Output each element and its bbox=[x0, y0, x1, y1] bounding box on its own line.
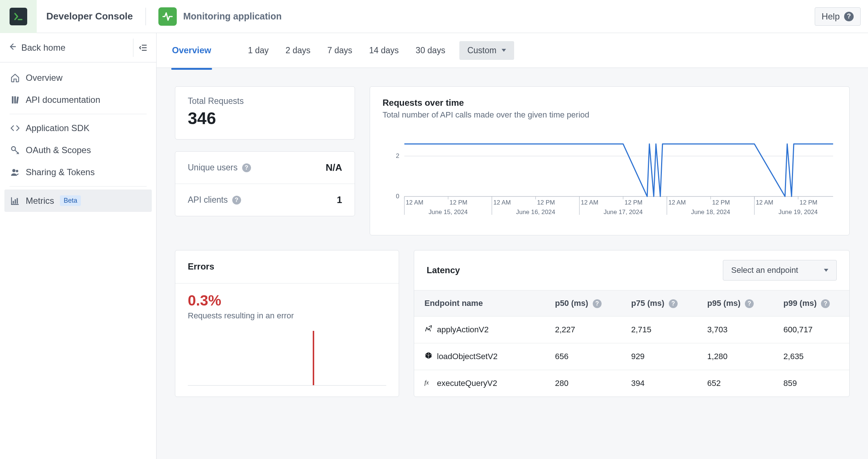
endpoint-icon bbox=[424, 325, 433, 335]
chart-subtitle: Total number of API calls made over the … bbox=[383, 110, 837, 120]
svg-point-9 bbox=[12, 169, 15, 172]
sidebar-nav: Overview API documentation Application S… bbox=[0, 62, 156, 216]
endpoint-name: executeQueryV2 bbox=[437, 379, 497, 388]
sidebar-item-sharing[interactable]: Sharing & Tokens bbox=[4, 161, 152, 183]
sidebar-item-metrics[interactable]: Metrics Beta bbox=[4, 189, 152, 212]
range-custom-button[interactable]: Custom bbox=[459, 41, 514, 60]
help-label: Help bbox=[822, 11, 840, 22]
info-icon[interactable]: ? bbox=[821, 299, 830, 308]
help-icon: ? bbox=[844, 12, 854, 21]
p99: 2,635 bbox=[773, 343, 849, 370]
sidebar-item-label: Overview bbox=[26, 73, 62, 83]
requests-over-time-card: Requests over time Total number of API c… bbox=[370, 86, 850, 235]
svg-text:0: 0 bbox=[396, 193, 399, 200]
unique-users-value: N/A bbox=[326, 162, 342, 173]
requests-chart: 0212 AM12 PM12 AM12 PM12 AM12 PM12 AM12 … bbox=[383, 129, 837, 224]
col-p95: p95 (ms) ? bbox=[697, 290, 773, 317]
chevron-down-icon bbox=[824, 269, 828, 272]
svg-text:June 19, 2024: June 19, 2024 bbox=[779, 209, 818, 216]
col-p75: p75 (ms) ? bbox=[621, 290, 697, 317]
p50: 280 bbox=[545, 370, 621, 397]
select-endpoint-label: Select an endpoint bbox=[731, 265, 798, 275]
endpoint-name: applyActionV2 bbox=[437, 325, 489, 335]
table-row[interactable]: fxexecuteQueryV2280394652859 bbox=[414, 370, 849, 397]
range-14days[interactable]: 14 days bbox=[366, 42, 402, 59]
sidebar-item-label: Sharing & Tokens bbox=[26, 167, 95, 177]
book-icon bbox=[10, 95, 20, 105]
svg-text:2: 2 bbox=[396, 152, 399, 159]
back-home-button[interactable]: Back home bbox=[0, 33, 156, 62]
console-title: Developer Console bbox=[37, 11, 133, 22]
total-requests-value: 346 bbox=[188, 108, 342, 128]
p75: 2,715 bbox=[621, 317, 697, 343]
p75: 394 bbox=[621, 370, 697, 397]
svg-text:June 15, 2024: June 15, 2024 bbox=[428, 209, 467, 216]
info-icon[interactable]: ? bbox=[242, 163, 251, 172]
total-requests-card: Total Requests 346 bbox=[175, 86, 355, 140]
svg-text:June 17, 2024: June 17, 2024 bbox=[603, 209, 642, 216]
p99: 859 bbox=[773, 370, 849, 397]
api-clients-value: 1 bbox=[337, 194, 342, 206]
terminal-icon bbox=[13, 11, 24, 22]
range-7days[interactable]: 7 days bbox=[324, 42, 355, 59]
svg-text:12 PM: 12 PM bbox=[449, 199, 467, 206]
sidebar-item-sdk[interactable]: Application SDK bbox=[4, 117, 152, 139]
sidebar: Back home Overview API documentation bbox=[0, 33, 157, 459]
nav-separator bbox=[10, 186, 147, 187]
app-badge bbox=[158, 7, 177, 26]
range-1day[interactable]: 1 day bbox=[245, 42, 272, 59]
sidebar-item-oauth[interactable]: OAuth & Scopes bbox=[4, 139, 152, 161]
svg-text:12 AM: 12 AM bbox=[406, 199, 423, 206]
sidebar-item-overview[interactable]: Overview bbox=[4, 67, 152, 89]
select-endpoint-dropdown[interactable]: Select an endpoint bbox=[723, 260, 837, 281]
svg-rect-7 bbox=[16, 97, 19, 104]
endpoint-icon bbox=[424, 351, 433, 362]
errors-value: 0.3% bbox=[188, 292, 386, 309]
p50: 2,227 bbox=[545, 317, 621, 343]
custom-label: Custom bbox=[467, 46, 496, 55]
info-icon[interactable]: ? bbox=[593, 299, 602, 308]
stats-card: Unique users ? N/A API clients ? 1 bbox=[175, 151, 355, 216]
svg-rect-13 bbox=[17, 198, 18, 203]
errors-title: Errors bbox=[175, 250, 399, 283]
main: Overview 1 day 2 days 7 days 14 days 30 … bbox=[157, 33, 868, 459]
home-icon bbox=[10, 73, 20, 83]
key-icon bbox=[10, 145, 20, 155]
range-30days[interactable]: 30 days bbox=[413, 42, 448, 59]
divider bbox=[146, 8, 146, 25]
svg-text:12 AM: 12 AM bbox=[493, 199, 511, 206]
collapse-sidebar-button[interactable] bbox=[133, 39, 148, 57]
code-icon bbox=[10, 123, 20, 133]
help-button[interactable]: Help ? bbox=[815, 7, 861, 26]
info-icon[interactable]: ? bbox=[745, 299, 754, 308]
latency-title: Latency bbox=[427, 265, 460, 275]
endpoint-cell: applyActionV2 bbox=[424, 325, 534, 335]
chevron-down-icon bbox=[502, 49, 506, 52]
svg-text:12 AM: 12 AM bbox=[756, 199, 774, 206]
people-icon bbox=[10, 167, 20, 177]
col-p99: p99 (ms) ? bbox=[773, 290, 849, 317]
svg-text:12 PM: 12 PM bbox=[625, 199, 643, 206]
svg-rect-12 bbox=[15, 199, 16, 203]
tab-overview[interactable]: Overview bbox=[171, 41, 212, 59]
table-row[interactable]: loadObjectSetV26569291,2802,635 bbox=[414, 343, 849, 370]
info-icon[interactable]: ? bbox=[232, 196, 241, 205]
endpoint-icon: fx bbox=[424, 378, 433, 388]
arrow-left-icon bbox=[8, 43, 16, 53]
p95: 1,280 bbox=[697, 343, 773, 370]
p95: 652 bbox=[697, 370, 773, 397]
col-p50: p50 (ms) ? bbox=[545, 290, 621, 317]
sidebar-item-label: OAuth & Scopes bbox=[26, 145, 91, 155]
svg-text:12 AM: 12 AM bbox=[668, 199, 686, 206]
total-requests-label: Total Requests bbox=[188, 96, 342, 106]
info-icon[interactable]: ? bbox=[669, 299, 678, 308]
range-2days[interactable]: 2 days bbox=[283, 42, 313, 59]
latency-table: Endpoint name p50 (ms) ? p75 (ms) ? p95 … bbox=[414, 290, 849, 397]
nav-separator bbox=[10, 114, 147, 114]
p95: 3,703 bbox=[697, 317, 773, 343]
errors-card: Errors 0.3% Requests resulting in an err… bbox=[175, 250, 399, 397]
svg-rect-5 bbox=[12, 96, 13, 104]
sidebar-item-label: Application SDK bbox=[26, 123, 89, 133]
sidebar-item-api-docs[interactable]: API documentation bbox=[4, 89, 152, 111]
table-row[interactable]: applyActionV22,2272,7153,703600,717 bbox=[414, 317, 849, 343]
